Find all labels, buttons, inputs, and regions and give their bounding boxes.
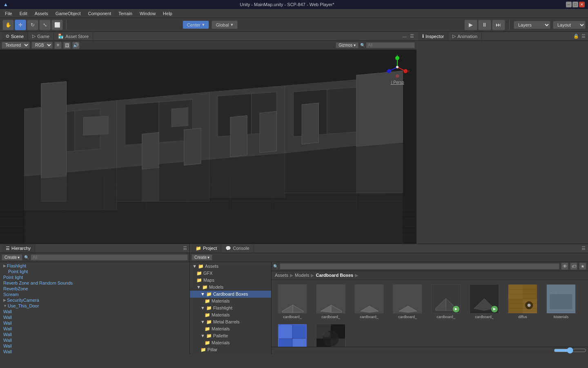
menu-window[interactable]: Window <box>136 10 159 17</box>
rect-tool[interactable]: ⬜ <box>51 20 63 30</box>
tab-game[interactable]: ▷ Game <box>28 32 54 40</box>
tree-item-cardboard-boxes[interactable]: ▼ 📁 Cardboard Boxes <box>190 291 271 298</box>
menu-gameobject[interactable]: GameObject <box>52 10 84 17</box>
list-item[interactable]: Wall <box>0 337 189 343</box>
list-item[interactable]: ▶ Flashlight <box>0 263 189 269</box>
list-item[interactable]: Wall <box>0 320 189 326</box>
breadcrumb-models[interactable]: Models <box>295 273 309 278</box>
hierarchy-panel-btn[interactable]: ☰ <box>182 245 188 251</box>
breadcrumb-cardboard-boxes[interactable]: Cardboard Boxes <box>316 273 353 278</box>
tab-animation[interactable]: ▷ Animation <box>448 32 482 40</box>
audio-icon-btn[interactable]: 🔊 <box>72 42 80 49</box>
inspector-menu-button[interactable]: ☰ <box>581 34 586 39</box>
tree-item-models[interactable]: ▼ 📁 Models <box>190 284 271 291</box>
list-item[interactable]: Wall <box>0 343 189 349</box>
asset-search-input[interactable] <box>280 263 559 269</box>
asset-tag-button[interactable]: 🏷 <box>570 263 577 270</box>
tree-item-materials-3[interactable]: 📁 Materials <box>190 325 271 332</box>
breadcrumb-assets[interactable]: Assets <box>275 273 288 278</box>
inspector-lock-button[interactable]: 🔒 <box>573 34 579 39</box>
tab-console[interactable]: 💬 Console <box>221 244 254 253</box>
project-create-button[interactable]: Create ▾ <box>192 254 212 260</box>
tree-item-gfx[interactable]: 📁 GFX <box>190 270 271 277</box>
image-icon-btn[interactable]: 🖼 <box>63 42 71 49</box>
list-item[interactable]: Scream <box>0 292 189 297</box>
gizmos-button[interactable]: Gizmos ▾ <box>336 42 359 48</box>
scene-panel-minimize[interactable]: — <box>402 34 408 39</box>
asset-item-cardboard-4[interactable]: cardboard_ <box>389 283 426 321</box>
tree-item-materials-4[interactable]: 📁 Materials <box>190 339 271 346</box>
list-item[interactable]: ReverbZone <box>0 286 189 292</box>
sun-icon-btn[interactable]: ☀ <box>54 42 62 49</box>
tree-item-pillar2[interactable]: ▼ 📁 Pillar 2 <box>190 353 271 354</box>
menu-edit[interactable]: Edit <box>16 10 31 17</box>
list-item[interactable]: Wall <box>0 332 189 337</box>
menu-terrain[interactable]: Terrain <box>115 10 136 17</box>
tree-item-maps[interactable]: 📁 Maps <box>190 277 271 284</box>
tree-item-pallette[interactable]: ▼ 📁 Pallette <box>190 332 271 339</box>
tree-item-pillar[interactable]: 📁 Pillar <box>190 346 271 353</box>
scene-panel-maximize[interactable]: ☰ <box>409 34 415 39</box>
hand-tool[interactable]: ✋ <box>2 20 14 30</box>
asset-item-cardboard-8[interactable]: specular <box>312 322 349 347</box>
step-button[interactable]: ⏭ <box>492 20 505 30</box>
asset-item-cardboard-3[interactable]: cardboard_ <box>351 283 388 321</box>
list-item[interactable]: ▶ SecurityCamera <box>0 297 189 303</box>
list-item[interactable]: Reverb Zone and Random Sounds <box>0 280 189 286</box>
shading-dropdown[interactable]: Textured <box>2 42 30 49</box>
asset-zoom-slider[interactable] <box>554 348 586 353</box>
list-item[interactable]: Point light <box>0 269 189 274</box>
asset-item-cardboard-7[interactable]: normal <box>274 322 311 347</box>
asset-item-cardboard-5[interactable]: ▶ cardboard_ <box>428 283 464 321</box>
global-button[interactable]: Global ▾ <box>212 20 238 29</box>
menu-file[interactable]: File <box>2 10 16 17</box>
close-button[interactable]: ✕ <box>579 2 585 7</box>
maximize-button[interactable]: □ <box>572 2 578 7</box>
asset-star-button[interactable]: ★ <box>579 263 586 270</box>
minimize-button[interactable]: ─ <box>566 2 572 7</box>
asset-item-cardboard-6[interactable]: ▶ cardboard_ <box>466 283 503 321</box>
scene-gizmo[interactable]: Y X Z ⟨ <box>383 55 412 92</box>
list-item[interactable]: Wall <box>0 314 189 320</box>
tree-item-materials-2[interactable]: 📁 Materials <box>190 312 271 319</box>
hierarchy-panel: ☰ Hierarchy ☰ Create ▾ 🔍 ▶ Flashlight Po… <box>0 244 190 354</box>
color-dropdown[interactable]: RGB <box>31 42 53 49</box>
list-item[interactable]: Wall <box>0 309 189 314</box>
menu-help[interactable]: Help <box>160 10 176 17</box>
scene-viewport[interactable]: Y X Z ⟨ <box>0 50 416 244</box>
list-item[interactable]: ▼ Use_This_Door <box>0 303 189 309</box>
scale-tool[interactable]: ⤡ <box>39 20 51 30</box>
tree-item-metal-barrels[interactable]: ▼ 📁 Metal Barrels <box>190 319 271 325</box>
tab-project[interactable]: 📁 Project <box>192 244 221 253</box>
list-item[interactable]: Wall <box>0 349 189 354</box>
tab-scene[interactable]: ⊙ Scene <box>2 32 28 40</box>
list-item[interactable]: Wall <box>0 326 189 332</box>
tree-item-materials-1[interactable]: 📁 Materials <box>190 298 271 305</box>
menu-assets[interactable]: Assets <box>31 10 51 17</box>
hierarchy-create-button[interactable]: Create ▾ <box>2 254 22 260</box>
asset-item-cardboard-1[interactable]: cardboard_ <box>274 283 311 321</box>
list-item[interactable]: Point light <box>0 274 189 280</box>
layers-dropdown[interactable]: Layers <box>514 21 550 29</box>
play-button[interactable]: ▶ <box>464 20 477 30</box>
gizmo-persp-button[interactable]: ⟨ Persp <box>391 80 404 85</box>
menu-component[interactable]: Component <box>85 10 114 17</box>
scene-search-input[interactable] <box>366 42 415 48</box>
asset-label: cardboard_ <box>437 315 455 319</box>
tab-inspector[interactable]: ℹ Inspector <box>418 32 448 40</box>
hierarchy-search-input[interactable] <box>31 254 188 260</box>
project-panel-btn[interactable]: ☰ <box>581 245 586 251</box>
tab-hierarchy[interactable]: ☰ Hierarchy <box>2 244 35 253</box>
tab-asset-store[interactable]: 🏪 Asset Store <box>54 32 93 40</box>
center-button[interactable]: Center ▾ <box>183 20 209 29</box>
asset-item-cardboard-2[interactable]: cardboard_ <box>312 283 349 321</box>
asset-item-materials-folder[interactable]: Materials <box>543 283 579 321</box>
pause-button[interactable]: ⏸ <box>478 20 491 30</box>
layout-dropdown[interactable]: Layout <box>553 21 586 29</box>
move-tool[interactable]: ✛ <box>15 20 26 30</box>
tree-item-flashlight[interactable]: ▼ 📁 Flashlight <box>190 305 271 312</box>
tree-item-assets[interactable]: ▼ 📁 Assets <box>190 263 271 270</box>
rotate-tool[interactable]: ↻ <box>27 20 38 30</box>
asset-eye-button[interactable]: 👁 <box>561 263 568 270</box>
asset-item-diffus[interactable]: diffus <box>504 283 541 321</box>
